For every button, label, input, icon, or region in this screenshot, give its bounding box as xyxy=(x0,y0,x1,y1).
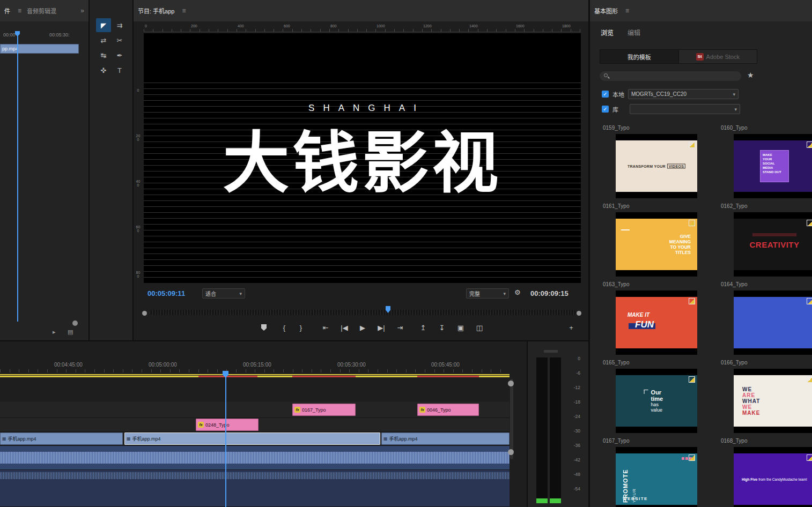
pen-tool[interactable]: ✒ xyxy=(112,48,127,62)
template-thumbnail[interactable]: — GIVE MEANING TO YOUR TITLES xyxy=(616,212,697,277)
timeline-clip[interactable]: fx 0046_Typo xyxy=(417,404,479,416)
panel-menu-icon[interactable]: ≡ xyxy=(18,7,21,14)
template-thumbnail[interactable] xyxy=(734,290,812,355)
timeline-scrollbar[interactable] xyxy=(510,379,513,459)
track-v3[interactable]: fx 0167_Typo fx 0046_Typo xyxy=(0,402,510,418)
step-back-button[interactable]: |◀ xyxy=(338,322,351,333)
mogrt-badge-icon xyxy=(807,298,812,304)
add-marker-button[interactable] xyxy=(257,322,270,333)
go-to-in-button[interactable]: ⇤ xyxy=(319,322,332,333)
step-forward-button[interactable]: ▶| xyxy=(375,322,388,333)
template-item[interactable]: 0162_Typo CREATIVITY xyxy=(721,203,812,277)
template-item[interactable]: 0166_Typo WE ARE WHAT WE MAKE xyxy=(721,360,812,433)
db-label: -12 xyxy=(567,385,580,390)
local-folder-dropdown[interactable]: MOGRTs_CC19_CC20 ▾ xyxy=(628,89,739,99)
tab-effect-controls[interactable]: 件 xyxy=(4,6,10,15)
library-dropdown[interactable]: ▾ xyxy=(630,104,740,114)
template-thumbnail[interactable]: TRANSFORM YOURVIDEOS xyxy=(616,134,697,198)
mini-playhead-line[interactable] xyxy=(17,32,18,322)
thumb-text: FUN xyxy=(635,319,654,330)
settings-wrench-icon[interactable]: ⚙ xyxy=(514,288,521,296)
track-scroll-handle[interactable] xyxy=(508,381,514,386)
monitor-scrubber[interactable] xyxy=(150,310,576,315)
local-filter-row: ✓ 本地 MOGRTs_CC19_CC20 ▾ xyxy=(602,89,739,99)
button-editor-add-button[interactable]: + xyxy=(565,322,578,333)
adobe-stock-button[interactable]: St Adobe Stock xyxy=(679,50,757,63)
local-label: 本地 xyxy=(612,90,624,99)
template-thumbnail[interactable]: Our time has value xyxy=(616,369,697,433)
template-thumbnail[interactable]: CREATIVITY xyxy=(734,212,812,277)
slip-tool[interactable]: ↹ xyxy=(96,48,111,62)
play-button[interactable]: ▶ xyxy=(356,322,369,333)
meter-resize-handle[interactable] xyxy=(544,350,558,353)
track-a1[interactable] xyxy=(0,446,510,470)
tab-browse[interactable]: 浏览 xyxy=(601,28,614,37)
comparison-view-button[interactable]: ◫ xyxy=(473,322,486,333)
template-thumbnail[interactable]: High Five from the CandyMustache team! xyxy=(734,447,812,507)
extract-button[interactable]: ↧ xyxy=(435,322,448,333)
template-item[interactable]: 0163_Typo MAKE IT FUN xyxy=(603,281,697,355)
mini-playhead-marker[interactable] xyxy=(15,31,20,36)
template-thumbnail[interactable]: WE ARE WHAT WE MAKE xyxy=(734,369,812,433)
timeline-clip[interactable]: ▦ 手机app.mp4 xyxy=(0,433,123,445)
ruler-label: 1600 xyxy=(516,24,525,28)
go-to-out-button[interactable]: ⇥ xyxy=(394,322,407,333)
timeline-clip[interactable]: fx 0248_Typo xyxy=(196,419,259,431)
v-ruler-label: 400 xyxy=(136,180,141,187)
export-frame-button[interactable]: ▣ xyxy=(454,322,467,333)
local-checkbox[interactable]: ✓ xyxy=(602,91,609,98)
playback-resolution-dropdown[interactable]: 完整 ▾ xyxy=(466,288,509,299)
program-monitor-video[interactable]: SHANGHAI 大钱影视 xyxy=(144,33,581,283)
timeline-clip-selected[interactable]: ▦ 手机app.mp4 xyxy=(124,433,380,445)
work-area-bar[interactable] xyxy=(0,374,510,375)
type-tool[interactable]: T xyxy=(112,63,127,77)
db-label: -54 xyxy=(567,486,580,491)
template-item[interactable]: 0164_Typo xyxy=(721,281,812,355)
template-thumbnail[interactable]: MAKE IT FUN xyxy=(616,290,697,355)
monitor-horizontal-ruler: 0 200 400 600 800 1000 1200 1400 1600 18… xyxy=(144,24,581,32)
template-item[interactable]: 0160_Typo MAKE YOUR SOCIAL MEDIA STAND O… xyxy=(721,125,812,198)
template-item[interactable]: 0167_Typo PROMOTE YOUR WEBSITE xyxy=(603,438,697,507)
template-thumbnail[interactable]: MAKE YOUR SOCIAL MEDIA STAND OUT xyxy=(734,134,812,198)
template-item[interactable]: 0165_Typo Our time has value xyxy=(603,360,697,433)
search-input[interactable] xyxy=(600,71,741,81)
template-thumbnail[interactable]: PROMOTE YOUR WEBSITE xyxy=(616,447,697,507)
tab-essential-graphics[interactable]: 基本图形 xyxy=(594,6,618,15)
tab-overflow-icon[interactable]: » xyxy=(80,7,84,14)
track-v1[interactable]: ▦ 手机app.mp4 ▦ 手机app.mp4 ▦ 手机app.mp4 xyxy=(0,432,510,446)
selection-tool[interactable]: ◤ xyxy=(96,18,111,32)
track-v2[interactable]: fx 0248_Typo xyxy=(0,418,510,432)
hand-tool[interactable]: ✜ xyxy=(96,63,111,77)
write-keyframes-icon[interactable]: ▤ xyxy=(68,329,73,335)
timeline-clip[interactable]: fx 0167_Typo xyxy=(292,404,356,416)
timeline-playhead-line[interactable] xyxy=(225,375,226,507)
scrollbar-handle[interactable] xyxy=(72,320,78,326)
panel-menu-icon[interactable]: ≡ xyxy=(625,7,629,14)
track-a2[interactable] xyxy=(0,470,510,507)
template-item[interactable]: 0161_Typo — GIVE MEANING TO YOUR TITLES xyxy=(603,203,697,277)
panel-menu-icon[interactable]: ≡ xyxy=(182,7,186,14)
template-item[interactable]: 0159_Typo TRANSFORM YOURVIDEOS xyxy=(603,125,697,198)
timeline-ruler[interactable]: 00:04:45:00 00:05:00:00 00:05:15:00 00:0… xyxy=(0,357,510,372)
lift-button[interactable]: ↥ xyxy=(417,322,430,333)
track-scroll-handle[interactable] xyxy=(508,449,514,455)
ripple-edit-tool[interactable]: ⇄ xyxy=(96,33,111,47)
tab-program-monitor[interactable]: 节目: 手机app xyxy=(138,6,174,15)
tab-edit[interactable]: 编辑 xyxy=(628,28,640,37)
zoom-level-dropdown[interactable]: 适合 ▾ xyxy=(202,288,245,299)
scrubber-right-handle[interactable] xyxy=(577,311,581,316)
template-item[interactable]: 0168_Typo High Five from the CandyMustac… xyxy=(721,438,812,507)
library-checkbox[interactable]: ✓ xyxy=(602,106,609,113)
play-audio-toggle-icon[interactable]: ▸ xyxy=(53,329,56,335)
mark-in-button[interactable]: { xyxy=(278,322,291,333)
current-timecode[interactable]: 00:05:09:11 xyxy=(147,289,185,297)
scrubber-left-handle[interactable] xyxy=(142,311,147,316)
razor-tool[interactable]: ✂ xyxy=(112,33,127,47)
my-templates-button[interactable]: 我的模板 xyxy=(600,50,679,63)
mark-out-button[interactable]: } xyxy=(294,322,307,333)
tab-audio-clip-mixer[interactable]: 音频剪辑混 xyxy=(27,6,56,15)
timeline-clip[interactable]: ▦ 手机app.mp4 xyxy=(381,433,510,445)
track-select-forward-tool[interactable]: ⇉ xyxy=(112,18,127,32)
mini-timeline-clip-bar[interactable]: pp.mp4 xyxy=(0,44,79,54)
favorites-star-icon[interactable]: ★ xyxy=(747,71,754,79)
